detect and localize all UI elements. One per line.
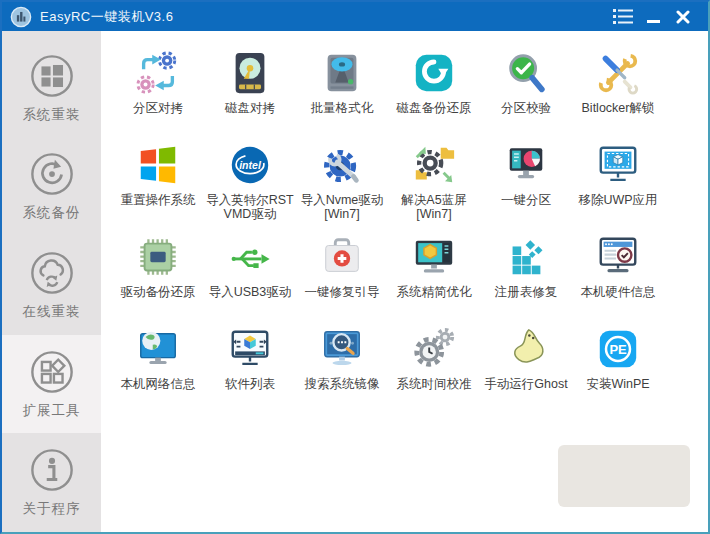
minimize-button[interactable] (638, 5, 668, 29)
tool-time-calibration[interactable]: 系统时间校准 (388, 320, 480, 412)
tool-partition-copy[interactable]: 分区对拷 (112, 44, 204, 136)
tool-label: 批量格式化 (311, 101, 374, 115)
tool-label: Bitlocker解锁 (582, 101, 655, 115)
tool-one-key-partition[interactable]: 一键分区 (480, 136, 572, 228)
ghost-icon (503, 326, 549, 372)
sidebar-item-extension-tools[interactable]: 扩展工具 (2, 335, 101, 434)
monitor-pie-icon (503, 142, 549, 188)
tool-label: 导入Nvme驱动 (301, 193, 384, 207)
tool-nvme-driver-win7[interactable]: 导入Nvme驱动[Win7] (296, 136, 388, 228)
sidebar: 系统重装 系统备份 在线重装 扩展工具 关于程序 (2, 31, 101, 532)
monitor-globe-icon (135, 326, 181, 372)
intel-logo-icon: intel (227, 142, 273, 188)
main-panel: 分区对拷 磁盘对拷 批量格式化 磁盘备份还原 分区校验 Bitlocker解锁 … (101, 31, 708, 532)
tool-label: 分区校验 (501, 101, 551, 115)
tool-label: 移除UWP应用 (578, 193, 657, 207)
tool-system-optimize[interactable]: 系统精简优化 (388, 228, 480, 320)
tool-bitlocker-unlock[interactable]: Bitlocker解锁 (572, 44, 664, 136)
tool-label: 安装WinPE (586, 377, 649, 391)
monitor-hexagon-icon (411, 234, 457, 280)
tool-label: 磁盘对拷 (225, 101, 275, 115)
monitor-uwp-box-icon (595, 142, 641, 188)
tool-hardware-info[interactable]: 本机硬件信息 (572, 228, 664, 320)
gear-folders-icon (411, 142, 457, 188)
tool-disk-copy[interactable]: 磁盘对拷 (204, 44, 296, 136)
windows-color-icon (135, 142, 181, 188)
tool-label: 本机硬件信息 (581, 285, 656, 299)
batch-format-icon (319, 50, 365, 96)
tool-label: 本机网络信息 (121, 377, 196, 391)
bitlocker-unlock-icon (595, 50, 641, 96)
tool-boot-repair[interactable]: 一键修复引导 (296, 228, 388, 320)
watermark-box (558, 445, 690, 507)
tool-label: 软件列表 (225, 377, 275, 391)
cpu-chip-icon (135, 234, 181, 280)
tool-label: 系统时间校准 (397, 377, 472, 391)
tool-label-line2: VMD驱动 (224, 207, 277, 221)
tool-remove-uwp[interactable]: 移除UWP应用 (572, 136, 664, 228)
intel-wordmark: intel (239, 159, 262, 171)
windows-logo-icon (29, 53, 75, 99)
pe-badge-text: PE (609, 342, 627, 357)
tool-search-system-image[interactable]: 搜索系统镜像 (296, 320, 388, 412)
tool-label: 搜索系统镜像 (305, 377, 380, 391)
restore-arrow-icon (29, 151, 75, 197)
gear-clock-icon (411, 326, 457, 372)
tools-grid: 分区对拷 磁盘对拷 批量格式化 磁盘备份还原 分区校验 Bitlocker解锁 … (101, 31, 708, 412)
tool-disk-backup-restore[interactable]: 磁盘备份还原 (388, 44, 480, 136)
tool-driver-backup[interactable]: 驱动备份还原 (112, 228, 204, 320)
monitor-search-icon (319, 326, 365, 372)
disk-backup-icon (411, 50, 457, 96)
usb-symbol-icon (227, 234, 273, 280)
partition-verify-icon (503, 50, 549, 96)
info-icon (29, 447, 75, 493)
tool-software-list[interactable]: 软件列表 (204, 320, 296, 412)
tool-fix-a5-bluescreen[interactable]: 解决A5蓝屏[Win7] (388, 136, 480, 228)
tool-label: 一键分区 (501, 193, 551, 207)
disk-copy-icon (227, 50, 273, 96)
title-bar: EasyRC一键装机V3.6 (2, 2, 708, 31)
tool-registry-repair[interactable]: 注册表修复 (480, 228, 572, 320)
tool-label: 解决A5蓝屏 (401, 193, 466, 207)
winpe-badge-icon: PE (595, 326, 641, 372)
sidebar-item-about-program[interactable]: 关于程序 (2, 433, 101, 532)
sidebar-item-label: 扩展工具 (23, 402, 81, 420)
tool-label: 驱动备份还原 (121, 285, 196, 299)
sidebar-item-label: 系统备份 (23, 204, 81, 222)
tool-label: 导入英特尔RST (206, 193, 294, 207)
close-button[interactable] (668, 5, 698, 29)
sidebar-item-online-reinstall[interactable]: 在线重装 (2, 236, 101, 335)
app-window: EasyRC一键装机V3.6 系统重装 系统备份 在线重装 (0, 0, 710, 534)
tool-label: 一键修复引导 (305, 285, 380, 299)
tool-label: 导入USB3驱动 (209, 285, 292, 299)
monitor-cube-icon (227, 326, 273, 372)
monitor-check-icon (595, 234, 641, 280)
tool-label: 分区对拷 (133, 101, 183, 115)
sidebar-item-system-backup[interactable]: 系统备份 (2, 138, 101, 237)
registry-blocks-icon (503, 234, 549, 280)
tool-batch-format[interactable]: 批量格式化 (296, 44, 388, 136)
tool-reset-os[interactable]: 重置操作系统 (112, 136, 204, 228)
tool-run-ghost[interactable]: 手动运行Ghost (480, 320, 572, 412)
tool-intel-rst-vmd[interactable]: intel导入英特尔RSTVMD驱动 (204, 136, 296, 228)
tool-install-winpe[interactable]: PE安装WinPE (572, 320, 664, 412)
cloud-reload-icon (29, 250, 75, 296)
tool-label: 重置操作系统 (121, 193, 196, 207)
sidebar-item-label: 关于程序 (23, 500, 81, 518)
window-title: EasyRC一键装机V3.6 (40, 8, 173, 26)
partition-copy-icon (135, 50, 181, 96)
tool-label: 注册表修复 (495, 285, 558, 299)
tool-label: 手动运行Ghost (484, 377, 567, 391)
tool-label-line2: [Win7] (324, 207, 359, 221)
menu-list-icon[interactable] (608, 5, 638, 29)
sidebar-item-label: 系统重装 (23, 106, 81, 124)
tool-import-usb3[interactable]: 导入USB3驱动 (204, 228, 296, 320)
first-aid-kit-icon (319, 234, 365, 280)
sidebar-item-label: 在线重装 (23, 303, 81, 321)
tool-label: 系统精简优化 (397, 285, 472, 299)
sidebar-item-system-reinstall[interactable]: 系统重装 (2, 39, 101, 138)
window-body: 系统重装 系统备份 在线重装 扩展工具 关于程序 分区对拷 磁盘对拷 批量格式化… (2, 31, 708, 532)
tool-network-info[interactable]: 本机网络信息 (112, 320, 204, 412)
tool-partition-verify[interactable]: 分区校验 (480, 44, 572, 136)
tool-label-line2: [Win7] (416, 207, 451, 221)
